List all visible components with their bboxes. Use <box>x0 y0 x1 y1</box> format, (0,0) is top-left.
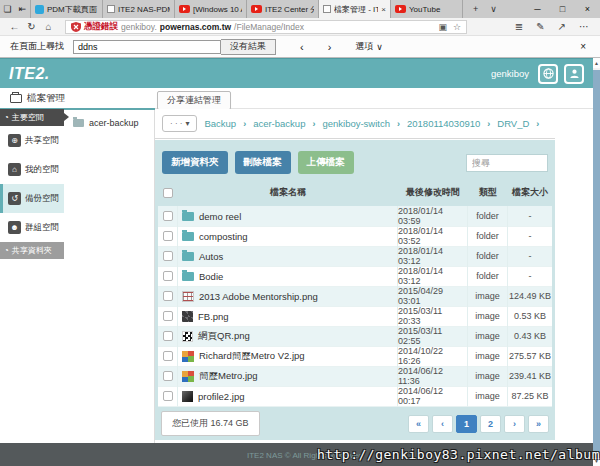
prev-page-button[interactable]: ‹ <box>432 415 453 433</box>
find-next-button[interactable]: › <box>328 41 332 53</box>
breadcrumb-item[interactable]: genkiboy-switch <box>322 118 390 129</box>
row-checkbox[interactable] <box>163 371 173 381</box>
last-page-button[interactable]: » <box>528 415 549 433</box>
sidebar-item-我的空間[interactable]: ⌂我的空間 <box>0 155 64 184</box>
refresh-button[interactable]: ↻ <box>23 21 40 32</box>
new-folder-button[interactable]: 新增資料夾 <box>162 151 228 174</box>
ink-icon[interactable]: ✎ <box>536 21 544 32</box>
favorite-star-icon[interactable]: ☆ <box>453 22 461 32</box>
folder-tree: acer-backup <box>64 109 155 443</box>
language-globe-button[interactable] <box>538 64 558 84</box>
browser-tab[interactable]: ITE2 Center 分享表 <box>247 0 319 18</box>
tree-item-acer-backup[interactable]: acer-backup <box>64 115 154 131</box>
row-checkbox[interactable] <box>163 231 173 241</box>
row-checkbox-cell <box>158 206 178 227</box>
find-previous-button[interactable]: ‹ <box>300 41 304 53</box>
tab-close-icon[interactable]: × <box>381 5 386 14</box>
back-button[interactable]: ← <box>6 21 23 32</box>
column-header-type[interactable]: 類型 <box>468 186 508 199</box>
row-checkbox[interactable] <box>163 311 173 321</box>
file-row[interactable]: 網頁QR.png2015/03/11 02:55image0.43 KB <box>158 326 552 346</box>
page-2-button[interactable]: 2 <box>480 415 501 433</box>
file-row[interactable]: 簡歷Metro.jpg2014/06/12 11:36image239.41 K… <box>158 366 552 386</box>
sidebar-item-label: 共享空間 <box>25 135 59 147</box>
share-links-manage-button[interactable]: 分享連結管理 <box>157 91 231 110</box>
restore-tabs-icon[interactable]: ⇤ <box>15 0 30 18</box>
file-row[interactable]: composting2018/01/14 03:52folder- <box>158 226 552 246</box>
tab-actions: + ∨ <box>463 0 507 18</box>
more-icon[interactable]: ⋯ <box>579 21 589 32</box>
select-all-checkbox[interactable] <box>163 188 173 198</box>
find-input[interactable] <box>73 40 221 54</box>
file-size-cell: - <box>508 246 552 267</box>
row-checkbox[interactable] <box>163 331 173 341</box>
sidebar-item-群組空間[interactable]: ☻群組空間 <box>0 213 64 242</box>
home-button[interactable]: ⌂ <box>40 21 57 32</box>
scrollbar-thumb[interactable] <box>593 70 600 453</box>
browser-tab[interactable]: YouTube <box>391 0 463 18</box>
first-page-button[interactable]: « <box>408 415 429 433</box>
close-button[interactable]: × <box>575 0 600 18</box>
file-row[interactable]: profile2.jpg2014/06/12 00:17image87.25 K… <box>158 386 552 406</box>
hub-icon[interactable]: ≣ <box>515 21 523 32</box>
vertical-scrollbar[interactable]: ▲ ▼ <box>593 58 600 466</box>
file-type-cell: image <box>468 346 508 367</box>
file-row[interactable]: Autos2018/01/14 03:12folder- <box>158 246 552 266</box>
column-header-name[interactable]: 檔案名稱 <box>178 186 398 199</box>
file-name-label: 簡歷Metro.jpg <box>199 370 258 383</box>
new-tab-button[interactable]: + <box>473 4 478 14</box>
breadcrumb-item[interactable]: 20180114030910 <box>407 118 480 129</box>
next-page-button[interactable]: › <box>504 415 525 433</box>
breadcrumb-separator: › <box>487 119 490 129</box>
breadcrumb-trail: Backup›acer-backup›genkiboy-switch›20180… <box>204 118 539 129</box>
row-checkbox[interactable] <box>163 271 173 281</box>
maximize-button[interactable]: □ <box>550 0 575 18</box>
breadcrumb-ellipsis-button[interactable]: · · · ▾ <box>162 115 197 132</box>
breadcrumb-item[interactable]: acer-backup <box>253 118 305 129</box>
breadcrumb-item[interactable]: DRV_D <box>497 118 529 129</box>
breadcrumb-item[interactable]: Backup <box>204 118 236 129</box>
row-checkbox[interactable] <box>163 351 173 361</box>
find-options-button[interactable]: 選項 ∨ <box>355 40 383 53</box>
row-checkbox[interactable] <box>163 211 173 221</box>
site-header: ITE2. genkiboy <box>0 58 593 88</box>
scroll-up-arrow-icon[interactable]: ▲ <box>593 58 600 68</box>
tab-menu-button[interactable]: ∨ <box>490 4 497 14</box>
sidebar-item-共享空間[interactable]: ⊕共享空間 <box>0 126 64 155</box>
sidebar-item-備份空間[interactable]: ↺備份空間 <box>0 184 64 213</box>
column-header-modified[interactable]: 最後修改時間 <box>398 186 468 199</box>
browser-tab[interactable]: ITE2 NAS-PDM_Wi <box>103 0 175 18</box>
file-row[interactable]: FB.png2015/03/11 20:33image0.53 KB <box>158 306 552 326</box>
file-name-label: Richard簡歷Metro V2.jpg <box>199 350 305 363</box>
clock-icon: ◔ <box>4 113 9 122</box>
page-1-button[interactable]: 1 <box>456 415 477 433</box>
search-input[interactable] <box>466 154 548 172</box>
row-checkbox[interactable] <box>163 391 173 401</box>
file-row[interactable]: Bodie2018/01/14 03:12folder- <box>158 266 552 286</box>
row-checkbox[interactable] <box>163 251 173 261</box>
url-box[interactable]: 憑證錯誤 genkiboy. powernas.com.tw /FileMana… <box>65 20 467 34</box>
file-table-body: demo reel2018/01/14 03:59folder-composti… <box>155 206 555 406</box>
find-options-label: 選項 <box>355 40 373 53</box>
ellipsis-label: · · · <box>170 119 182 128</box>
row-checkbox-cell <box>158 326 178 347</box>
folder-icon <box>182 252 194 261</box>
set-tabs-aside-icon[interactable]: ❏ <box>0 0 15 18</box>
find-close-icon[interactable]: × <box>580 41 586 52</box>
reading-view-icon[interactable]: ▣ <box>438 22 447 32</box>
column-header-size[interactable]: 檔案大小 <box>508 186 552 199</box>
share-icon[interactable]: ↗ <box>558 21 566 32</box>
file-row[interactable]: demo reel2018/01/14 03:59folder- <box>158 206 552 226</box>
user-account-button[interactable] <box>564 64 584 84</box>
browser-tab[interactable]: [Windows 10 APP] <box>175 0 247 18</box>
upload-files-button[interactable]: 上傳檔案 <box>298 151 354 174</box>
row-checkbox[interactable] <box>163 291 173 301</box>
browser-tab[interactable]: 檔案管理 - ITE× <box>319 0 391 18</box>
sidebar-item-label: 我的空間 <box>25 164 59 176</box>
certificate-error-label[interactable]: 憑證錯誤 <box>84 21 118 33</box>
minimize-button[interactable]: ─ <box>525 0 550 18</box>
file-row[interactable]: Richard簡歷Metro V2.jpg2014/10/22 16:26ima… <box>158 346 552 366</box>
delete-files-button[interactable]: 刪除檔案 <box>235 151 291 174</box>
file-row[interactable]: 2013 Adobe Mentorship.png2015/04/29 03:0… <box>158 286 552 306</box>
browser-tab[interactable]: PDM下載頁面 - 設 <box>31 0 103 18</box>
